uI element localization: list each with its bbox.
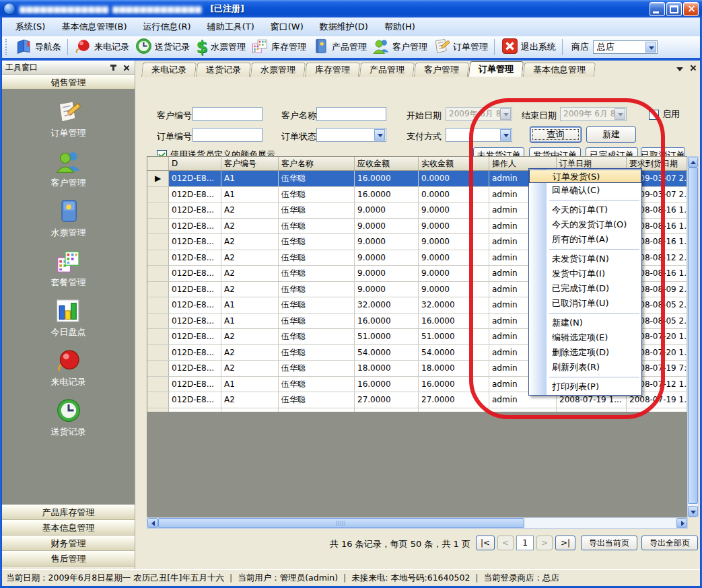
tab[interactable]: 基本信息管理 <box>523 63 596 77</box>
context-menu-item[interactable]: 打印列表(P) <box>529 379 641 394</box>
start-date-picker[interactable]: 2009年 6月 8日 <box>446 107 512 121</box>
scroll-right-icon[interactable] <box>676 518 687 528</box>
column-header-received[interactable]: 实收金额 <box>419 157 489 170</box>
context-menu-item[interactable]: 编辑选定项(E) <box>529 330 641 345</box>
row-selector[interactable] <box>147 219 169 234</box>
context-menu-item[interactable]: 新建(N) <box>529 316 641 330</box>
sidebar-item-water-ticket[interactable]: 水票管理 <box>51 198 86 239</box>
context-menu-item[interactable]: 刷新列表(R) <box>529 360 641 375</box>
sidebar-section[interactable]: 基本信息管理 <box>2 520 135 536</box>
last-page-button[interactable]: >| <box>555 536 575 550</box>
tab[interactable]: 水票管理 <box>250 63 306 77</box>
maximize-button[interactable] <box>666 2 682 16</box>
row-selector[interactable]: ▶ <box>147 171 169 186</box>
context-menu-item[interactable]: 已取消订单(U) <box>529 296 641 311</box>
customer-name-input[interactable] <box>316 107 386 121</box>
sidebar-section[interactable]: 产品库存管理 <box>2 505 135 520</box>
toolbar-exit-button[interactable]: 退出系统 <box>498 36 559 58</box>
row-selector[interactable] <box>147 361 169 376</box>
column-header-customer-name[interactable]: 客户名称 <box>279 157 355 170</box>
context-menu-item[interactable]: 未发货订单(N) <box>529 252 641 266</box>
enable-date-checkbox[interactable]: 启用 <box>649 108 680 120</box>
toolbar-call-log-button[interactable]: 来电记录 <box>71 36 132 58</box>
context-menu-item[interactable]: 今天的发货订单(O) <box>529 217 641 232</box>
sidebar-section[interactable]: 售后管理 <box>2 551 135 566</box>
vertical-scroll-thumb[interactable] <box>688 168 698 504</box>
context-menu-item[interactable]: 发货中订单(I) <box>529 266 641 281</box>
query-button[interactable]: 查询 <box>530 126 582 143</box>
context-menu-item[interactable]: 删除选定项(D) <box>529 345 641 360</box>
sidebar-item-customer[interactable]: 客户管理 <box>51 148 86 189</box>
toolbar-inventory-button[interactable]: 库存管理 <box>248 36 309 58</box>
chevron-down-icon[interactable] <box>645 42 656 52</box>
row-selector[interactable] <box>147 282 169 297</box>
export-all-pages-button[interactable]: 导出全部页 <box>641 536 698 550</box>
horizontal-scrollbar[interactable] <box>147 517 688 529</box>
row-selector[interactable] <box>147 329 169 344</box>
toolbar-customer-button[interactable]: 客户管理 <box>370 36 430 58</box>
menubar-item[interactable]: 基本信息管理(B) <box>53 18 135 36</box>
close-button[interactable] <box>683 2 699 16</box>
sidebar-item-daily-check[interactable]: 今日盘点 <box>51 297 86 338</box>
row-selector[interactable] <box>147 377 169 392</box>
page-number-input[interactable] <box>516 536 534 550</box>
toolbar-nav-button[interactable]: 导航条 <box>12 36 64 58</box>
scroll-left-icon[interactable] <box>147 518 158 528</box>
scroll-down-icon[interactable] <box>688 506 698 517</box>
sidebar-item-delivery-log[interactable]: 送货记录 <box>51 397 86 438</box>
tab-close-icon[interactable] <box>690 65 696 71</box>
row-selector[interactable] <box>147 266 169 281</box>
tab[interactable]: 送货记录 <box>196 63 251 77</box>
toolbar-delivery-log-button[interactable]: 送货记录 <box>132 36 192 58</box>
sidebar-section-sales[interactable]: 销售管理 <box>2 75 135 90</box>
menubar-item[interactable]: 系统(S) <box>7 18 53 36</box>
context-menu-item[interactable]: 订单发货(S) <box>529 170 641 183</box>
first-page-button[interactable]: |< <box>476 536 495 550</box>
tool-window-close-button[interactable] <box>121 63 131 72</box>
menubar-item[interactable]: 帮助(H) <box>376 18 423 36</box>
row-selector[interactable] <box>147 250 169 266</box>
row-selector[interactable] <box>147 203 169 218</box>
toolbar-water-ticket-button[interactable]: $ 水票管理 <box>192 38 248 57</box>
row-selector[interactable] <box>147 345 169 361</box>
sidebar-section[interactable]: 财务管理 <box>2 536 135 551</box>
column-header-id[interactable]: D <box>169 157 221 170</box>
tab-list-chevron-icon[interactable] <box>676 67 683 75</box>
menubar-item[interactable]: 数据维护(D) <box>312 18 376 36</box>
menubar-item[interactable]: 窗口(W) <box>262 18 312 36</box>
menubar-item[interactable]: 运行信息(R) <box>135 18 199 36</box>
tab[interactable]: 库存管理 <box>305 63 360 77</box>
context-menu-item[interactable]: 所有的订单(A) <box>529 232 641 247</box>
customer-code-input[interactable] <box>192 107 262 121</box>
column-header-customer-code[interactable]: 客户编号 <box>221 157 279 170</box>
new-button[interactable]: 新建 <box>586 126 636 143</box>
context-menu-item[interactable]: 今天的订单(T) <box>529 203 641 217</box>
export-current-page-button[interactable]: 导出当前页 <box>581 536 637 550</box>
tab[interactable]: 客户管理 <box>414 63 469 77</box>
column-header-receivable[interactable]: 应收金额 <box>355 157 419 170</box>
row-selector[interactable] <box>147 297 169 313</box>
toolbar-order-button[interactable]: 订单管理 <box>430 36 491 58</box>
tab[interactable]: 订单管理 <box>468 61 524 77</box>
sidebar-item-order[interactable]: 订单管理 <box>51 98 86 139</box>
horizontal-scroll-thumb[interactable] <box>158 518 524 528</box>
context-menu-item[interactable]: 已完成订单(D) <box>529 281 641 296</box>
tab[interactable]: 来电记录 <box>141 63 197 77</box>
row-selector[interactable] <box>147 314 169 329</box>
toolbar-product-button[interactable]: 产品管理 <box>309 36 370 58</box>
order-code-input[interactable] <box>192 128 262 142</box>
payment-method-select[interactable] <box>446 128 512 142</box>
scroll-up-icon[interactable] <box>688 157 698 168</box>
row-selector[interactable] <box>147 234 169 250</box>
next-page-button[interactable]: > <box>536 536 553 550</box>
row-selector[interactable] <box>147 392 169 408</box>
prev-page-button[interactable]: < <box>497 536 514 550</box>
minimize-button[interactable] <box>650 2 665 16</box>
menubar-item[interactable]: 辅助工具(T) <box>199 18 262 36</box>
context-menu-item[interactable]: 回单确认(C) <box>529 183 641 198</box>
vertical-scrollbar[interactable] <box>687 156 699 517</box>
shop-select[interactable]: 总店 <box>593 40 658 54</box>
end-date-picker[interactable]: 2009年 6月 8日 <box>560 107 627 121</box>
sidebar-item-package[interactable]: 套餐管理 <box>51 248 86 289</box>
row-selector[interactable] <box>147 187 169 203</box>
